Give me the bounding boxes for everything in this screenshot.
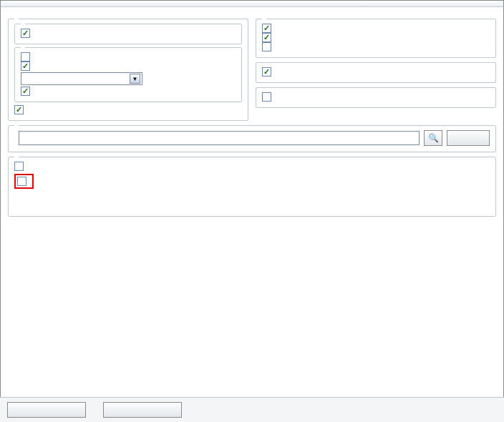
group-inadimplencia: ▼ [8, 19, 248, 121]
footer-buttons [0, 397, 504, 422]
group-consolidada: ▼ [14, 47, 242, 102]
check-co-pe[interactable] [262, 42, 271, 51]
select-periodo[interactable]: ▼ [21, 72, 142, 85]
ajuda-button[interactable] [447, 130, 490, 146]
group-booking [8, 157, 496, 217]
check-periodo-1ano[interactable] [262, 33, 271, 42]
group-confissao: 🔍 [8, 125, 496, 152]
check-considera-cancel[interactable] [262, 92, 271, 102]
check-habilitar-filtros[interactable] [14, 162, 24, 171]
binoculars-icon[interactable]: 🔍 [424, 130, 442, 146]
cancel-button[interactable] [103, 402, 182, 418]
chevron-down-icon[interactable]: ▼ [130, 74, 140, 84]
group-utiliza-templates [256, 62, 496, 83]
group-considera-cancel [256, 87, 496, 108]
check-resumo-tipo-loja[interactable] [21, 87, 30, 96]
check-habilitar-valor-total[interactable] [17, 177, 26, 186]
group-detalhada [14, 24, 242, 44]
ok-button[interactable] [7, 402, 86, 418]
check-mostrar-totais[interactable] [21, 62, 30, 71]
check-data-liquidacao[interactable] [262, 24, 271, 33]
check-agrupar-vencimento[interactable] [21, 52, 30, 62]
highlighted-option [14, 174, 34, 189]
input-modelo-termo[interactable] [19, 131, 420, 145]
window-title [1, 1, 503, 7]
check-modelo-completo[interactable] [21, 29, 30, 38]
check-utiliza-templates[interactable] [262, 67, 271, 77]
group-ficha-lojista [256, 19, 496, 58]
check-apresentar-total-fat[interactable] [14, 105, 24, 114]
